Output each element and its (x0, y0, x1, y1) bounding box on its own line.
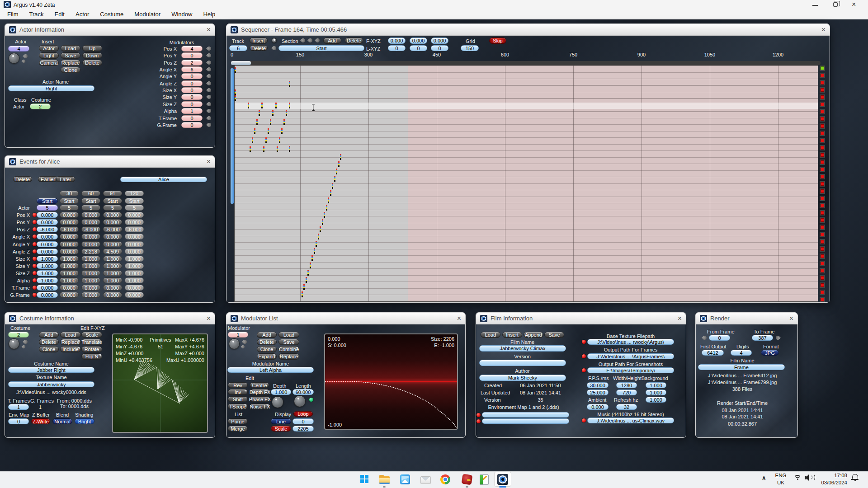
event-cell[interactable]: 0.000 (60, 234, 79, 239)
track-indicator[interactable] (820, 196, 825, 201)
track-indicator[interactable] (820, 167, 825, 172)
event-cell[interactable]: 1.000 (103, 277, 122, 283)
film-load-button[interactable]: Load (481, 332, 500, 338)
event-cell[interactable]: 1.000 (81, 270, 100, 276)
edit-inv-button[interactable]: Inv (228, 389, 248, 395)
maximize-icon[interactable] (833, 2, 838, 7)
modulator-count-field[interactable]: 0 (181, 80, 203, 86)
to-frame-field[interactable]: 387 (752, 335, 773, 341)
menu-window[interactable]: Window (166, 11, 198, 18)
tray-chevron-icon[interactable]: ∧ (762, 474, 766, 481)
track-indicator-active[interactable] (820, 66, 825, 71)
zwrite-button[interactable]: Z-Write (31, 418, 50, 424)
record-indicator[interactable] (33, 242, 37, 246)
track-indicator[interactable] (820, 275, 825, 281)
close-icon[interactable]: × (207, 26, 211, 33)
track-delete-button[interactable]: Delete (250, 45, 268, 51)
record-indicator[interactable] (33, 249, 37, 253)
modulator-save-button[interactable]: Save (278, 339, 299, 345)
event-cell[interactable]: 0.000 (60, 212, 79, 218)
frames-path-field[interactable]: J:\Video\Inus ... \ArgusFrames\ (587, 353, 674, 359)
track-indicator[interactable] (820, 282, 825, 288)
event-cell[interactable]: 1.000 (81, 263, 100, 269)
event-cell[interactable]: 0.000 (37, 212, 58, 218)
film-insert-button[interactable]: Insert (502, 332, 522, 338)
event-cell[interactable]: 0.000 (37, 234, 58, 239)
record-indicator[interactable] (582, 418, 586, 422)
event-start-button[interactable]: Start (81, 198, 100, 204)
event-cell[interactable]: 1.000 (125, 256, 144, 262)
sequencer-grid[interactable] (235, 66, 818, 301)
modulator-count-field[interactable]: 0 (181, 73, 203, 79)
bg3-field[interactable]: 1.000 (646, 397, 666, 403)
actor-knob[interactable] (9, 53, 19, 64)
depth-knob[interactable] (272, 396, 283, 408)
costume-translate-button[interactable]: Translate (81, 339, 102, 345)
costume-delete-button[interactable]: Delete (39, 339, 59, 345)
lxyz-field[interactable]: 0 (388, 45, 406, 51)
menu-film[interactable]: Film (2, 11, 24, 18)
argus-taskbar-icon[interactable] (494, 472, 511, 487)
costume-knob[interactable] (9, 338, 19, 349)
record-indicator[interactable] (33, 235, 37, 239)
event-cell[interactable]: 0.000 (60, 292, 79, 298)
event-marker[interactable] (306, 277, 307, 283)
modulator-name-field[interactable]: Left Alpha (227, 367, 314, 373)
actor-name-field[interactable]: Right (8, 85, 94, 91)
event-column-header[interactable]: 91 (103, 191, 122, 196)
event-cell[interactable]: 0.000 (103, 285, 122, 291)
event-cell[interactable]: 0.000 (60, 285, 79, 291)
costume-load-button[interactable]: Load (60, 332, 81, 338)
event-marker[interactable] (283, 119, 285, 125)
scale-button[interactable]: Scale (271, 426, 291, 432)
modulator-expand-button[interactable]: Expand (257, 353, 277, 360)
modulator-count-field[interactable]: 4 (181, 46, 203, 52)
track-indicator[interactable] (820, 246, 825, 252)
track-indicator[interactable] (820, 160, 825, 165)
event-marker[interactable] (265, 137, 267, 143)
volume-icon[interactable] (805, 474, 815, 481)
insert-load-button[interactable]: Load (61, 45, 80, 52)
modulator-count-field[interactable]: 0 (181, 94, 203, 100)
depth-field[interactable]: 1.000 (271, 389, 291, 395)
costume-clone-button[interactable]: Clone (39, 346, 59, 352)
event-marker[interactable] (289, 81, 290, 87)
event-cell[interactable]: 5 (37, 205, 58, 211)
envmap1-field[interactable] (482, 412, 569, 418)
modulator-count-field[interactable]: 1 (181, 108, 203, 114)
ambient-field[interactable]: 0.000 (587, 404, 609, 410)
costume-add-button[interactable]: Add (39, 332, 59, 338)
window-titlebar[interactable]: Modulator List× (226, 313, 465, 324)
costume-name-field[interactable]: Jabber Right (8, 367, 94, 373)
close-icon[interactable]: × (678, 315, 682, 322)
event-cell[interactable]: 1.000 (81, 256, 100, 262)
event-cell[interactable]: 0.000 (125, 212, 144, 218)
event-marker[interactable] (281, 128, 283, 134)
modulator-count-field[interactable]: 0 (181, 52, 203, 58)
event-cell[interactable]: 0.000 (103, 234, 122, 239)
edit-centre-button[interactable]: Centre (250, 382, 269, 388)
edit-noise-fx-button[interactable]: Noise FX (250, 404, 270, 409)
event-marker[interactable] (314, 248, 315, 254)
track-indicator[interactable] (820, 239, 825, 244)
event-cell[interactable]: 0.000 (60, 219, 79, 225)
track-indicator[interactable] (820, 232, 825, 237)
close-icon[interactable]: × (789, 315, 793, 322)
event-cell[interactable]: 0.000 (81, 219, 100, 225)
format-button[interactable]: JPG (761, 350, 779, 356)
event-cell[interactable]: 0.000 (81, 241, 100, 247)
track-indicator[interactable] (820, 188, 825, 194)
track-indicator[interactable] (820, 253, 825, 259)
fps1-field[interactable]: 30.000 (587, 382, 609, 388)
skip-button[interactable]: Skip (489, 38, 506, 44)
film-save-button[interactable]: Save (544, 332, 564, 338)
section-add-button[interactable]: Add (323, 38, 341, 44)
event-marker[interactable] (336, 169, 337, 174)
track-indicator[interactable] (820, 131, 825, 136)
costume-number-field[interactable]: 2 (30, 103, 51, 109)
section-delete-button[interactable]: Delete (345, 38, 363, 44)
section-name-field[interactable]: Start (278, 45, 364, 51)
menu-actor[interactable]: Actor (70, 11, 94, 18)
event-cell[interactable]: -6.000 (60, 226, 79, 232)
event-cell[interactable]: 0.000 (37, 241, 58, 247)
